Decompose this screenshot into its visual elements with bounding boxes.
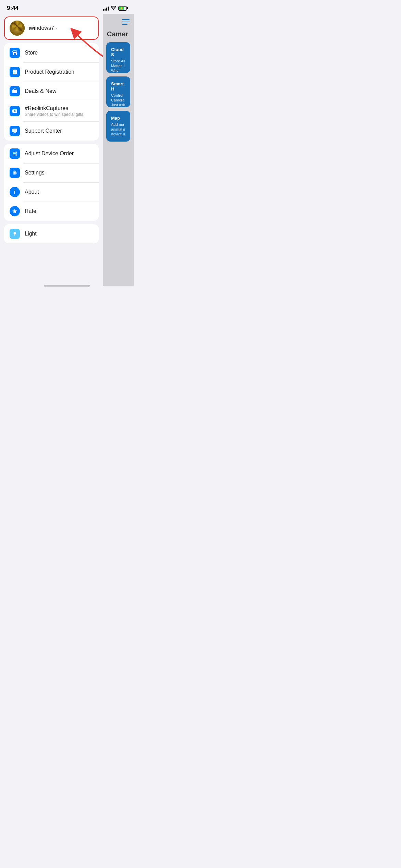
rate-text: Rate: [25, 208, 93, 214]
settings-label: Settings: [25, 170, 93, 176]
profile-chevron: ›: [56, 25, 57, 31]
adjust-device-order-icon: [10, 148, 20, 159]
cloud-storage-card-desc: Store All Matter, i Way: [111, 59, 125, 73]
cloud-storage-card: Cloud S Store All Matter, i Way: [106, 42, 130, 73]
menu-item-reolink-captures[interactable]: #ReolinkCaptures Share videos to win spe…: [4, 101, 99, 121]
smart-home-card-desc: Control Camera Just Ask: [111, 93, 125, 108]
settings-icon: [10, 168, 20, 178]
svg-rect-22: [14, 236, 15, 236]
about-text: About: [25, 189, 93, 195]
light-label: Light: [25, 231, 93, 237]
battery-icon: ⚡: [118, 6, 127, 11]
support-center-label: Support Center: [25, 128, 93, 134]
map-card-desc: Add ma animal ir device u: [111, 122, 125, 137]
product-registration-label: Product Registration: [25, 69, 93, 75]
support-center-icon: [10, 126, 20, 136]
left-panel: iwindows7 ›: [0, 14, 103, 286]
reolink-captures-label: #ReolinkCaptures: [25, 105, 93, 111]
map-card: Map Add ma animal ir device u: [106, 111, 130, 142]
wifi-icon: [111, 5, 116, 11]
light-icon: [10, 229, 20, 239]
status-bar: 9:44 ⚡: [0, 0, 134, 14]
deals-icon: [10, 86, 20, 96]
store-text: Store: [25, 50, 93, 56]
menu-group-3: Light: [4, 224, 99, 243]
status-icons: ⚡: [103, 5, 127, 11]
profile-section[interactable]: iwindows7 ›: [4, 16, 99, 40]
menu-group-1: Store Product Registration: [4, 43, 99, 141]
reolink-captures-icon: [10, 106, 20, 116]
deals-label: Deals & New: [25, 88, 93, 94]
right-panel-header: [103, 14, 134, 30]
store-label: Store: [25, 50, 93, 56]
svg-point-10: [14, 111, 15, 111]
svg-point-20: [14, 232, 16, 234]
menu-item-settings[interactable]: Settings: [4, 163, 99, 182]
menu-group-2: Adjust Device Order Settings i: [4, 144, 99, 221]
support-center-text: Support Center: [25, 128, 93, 134]
smart-home-card: Smart H Control Camera Just Ask: [106, 76, 130, 107]
menu-item-product-registration[interactable]: Product Registration: [4, 62, 99, 82]
product-registration-text: Product Registration: [25, 69, 93, 75]
profile-name: iwindows7: [29, 25, 54, 31]
svg-point-18: [15, 154, 17, 156]
home-indicator: [44, 285, 90, 287]
light-text: Light: [25, 231, 93, 237]
menu-item-adjust-device-order[interactable]: Adjust Device Order: [4, 144, 99, 163]
rate-label: Rate: [25, 208, 93, 214]
status-time: 9:44: [7, 5, 19, 12]
settings-text: Settings: [25, 170, 93, 176]
store-icon: [10, 48, 20, 58]
smart-home-card-title: Smart H: [111, 81, 125, 92]
deals-text: Deals & New: [25, 88, 93, 94]
camera-title: Camer: [103, 30, 134, 42]
avatar: [10, 21, 25, 36]
menu-item-rate[interactable]: Rate: [4, 202, 99, 221]
adjust-device-order-label: Adjust Device Order: [25, 150, 93, 157]
about-label: About: [25, 189, 93, 195]
product-registration-icon: [10, 67, 20, 77]
menu-item-store[interactable]: Store: [4, 43, 99, 62]
svg-point-17: [15, 152, 17, 153]
cloud-storage-card-title: Cloud S: [111, 47, 125, 57]
svg-rect-2: [14, 53, 16, 55]
svg-rect-21: [14, 234, 16, 235]
hamburger-menu[interactable]: [122, 19, 130, 25]
svg-rect-7: [12, 90, 17, 93]
reolink-captures-text: #ReolinkCaptures Share videos to win spe…: [25, 105, 93, 117]
rate-icon: [10, 206, 20, 216]
main-layout: iwindows7 ›: [0, 14, 134, 286]
right-panel: Camer Cloud S Store All Matter, i Way Sm…: [103, 14, 134, 286]
menu-item-support-center[interactable]: Support Center: [4, 121, 99, 141]
adjust-device-order-text: Adjust Device Order: [25, 150, 93, 157]
menu-item-about[interactable]: i About: [4, 182, 99, 202]
map-card-title: Map: [111, 116, 125, 121]
about-icon: i: [10, 187, 20, 197]
menu-item-deals[interactable]: Deals & New: [4, 82, 99, 101]
signal-icon: [103, 6, 109, 11]
menu-item-light[interactable]: Light: [4, 224, 99, 243]
reolink-captures-sublabel: Share videos to win special gifts.: [25, 112, 93, 117]
svg-rect-11: [12, 129, 17, 132]
